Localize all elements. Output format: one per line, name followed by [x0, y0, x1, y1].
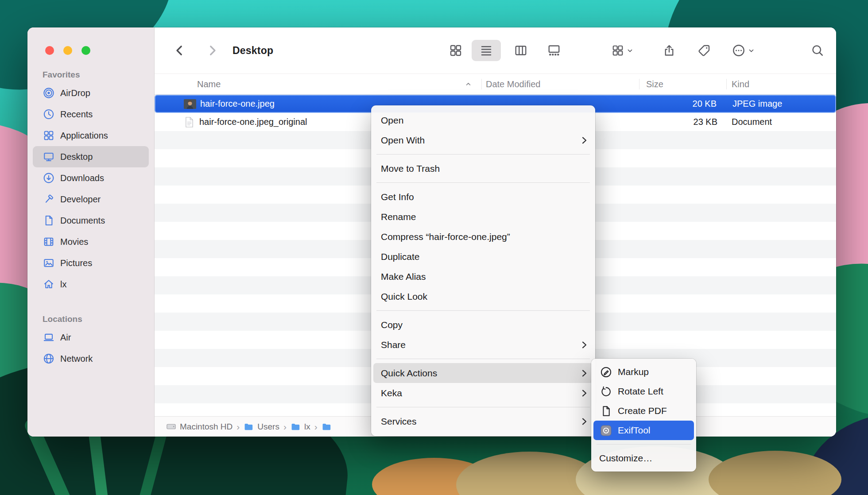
menu-item-quick-look[interactable]: Quick Look — [373, 286, 593, 306]
submenu-chevron-icon — [582, 389, 587, 397]
laptop-icon — [43, 331, 55, 344]
sidebar-item-airdrop[interactable]: AirDrop — [33, 82, 149, 104]
menu-separator — [376, 154, 590, 155]
forward-button[interactable] — [202, 41, 222, 60]
path-item-lx[interactable]: lx — [291, 422, 310, 432]
column-header-kind[interactable]: Kind — [732, 79, 749, 89]
menu-item-share[interactable]: Share — [373, 335, 593, 355]
window-title: Desktop — [232, 45, 273, 57]
documents-icon — [43, 214, 55, 227]
menu-item-keka[interactable]: Keka — [373, 383, 593, 403]
file-size: 23 KB — [694, 117, 717, 127]
menu-item-label: Quick Actions — [381, 368, 437, 379]
submenu-item-exiftool[interactable]: ExifTool — [593, 421, 694, 440]
file-kind: JPEG image — [732, 99, 782, 109]
sidebar-item-network[interactable]: Network — [33, 348, 149, 369]
column-header-date-modified[interactable]: Date Modified — [486, 79, 540, 89]
menu-separator — [597, 444, 691, 445]
menu-item-get-info[interactable]: Get Info — [373, 187, 593, 207]
path-item-macintosh-hd[interactable]: Macintosh HD — [166, 422, 232, 432]
sidebar-item-label: Applications — [60, 131, 108, 141]
sidebar-section-favorites-title: Favorites — [27, 70, 154, 82]
menu-item-duplicate[interactable]: Duplicate — [373, 247, 593, 267]
column-view-button[interactable] — [511, 41, 531, 60]
sidebar-item-label: Recents — [60, 109, 93, 120]
exiftool-app-icon — [599, 424, 612, 437]
tag-button[interactable] — [694, 41, 714, 60]
zoom-button[interactable] — [81, 46, 90, 55]
path-item-users[interactable]: Users — [244, 422, 279, 432]
sidebar-item-downloads[interactable]: Downloads — [33, 167, 149, 189]
close-button[interactable] — [45, 46, 54, 55]
menu-item-open-with[interactable]: Open With — [373, 130, 593, 150]
group-icon — [612, 44, 624, 57]
sidebar-item-label: lx — [60, 279, 66, 290]
column-header-row: Name Date Modified Size Kind — [155, 73, 836, 95]
column-header-size[interactable]: Size — [646, 79, 663, 89]
sidebar: Favorites AirDrop Recents Applications D… — [27, 27, 155, 437]
sidebar-item-applications[interactable]: Applications — [33, 125, 149, 146]
menu-item-label: Keka — [381, 388, 402, 398]
menu-separator — [376, 310, 590, 311]
sidebar-item-label: Downloads — [60, 173, 104, 183]
menu-item-label: Rotate Left — [618, 386, 663, 397]
menu-item-label: Markup — [618, 367, 649, 377]
path-item-partial[interactable] — [322, 422, 335, 431]
sidebar-item-lx[interactable]: lx — [33, 274, 149, 295]
menu-item-make-alias[interactable]: Make Alias — [373, 267, 593, 286]
menu-item-label: Copy — [381, 320, 403, 330]
toolbar: Desktop — [155, 27, 836, 73]
menu-item-rename[interactable]: Rename — [373, 207, 593, 227]
menu-item-quick-actions[interactable]: Quick Actions — [373, 363, 593, 383]
sidebar-item-label: Movies — [60, 237, 88, 247]
sidebar-item-documents[interactable]: Documents — [33, 210, 149, 231]
gallery-view-button[interactable] — [544, 41, 564, 60]
rotate-left-icon — [599, 385, 612, 398]
search-button[interactable] — [808, 41, 827, 60]
path-separator: › — [314, 422, 318, 431]
submenu-chevron-icon — [582, 136, 587, 144]
sidebar-item-label: Desktop — [60, 152, 93, 162]
menu-item-label: Rename — [381, 212, 416, 222]
group-by-button[interactable] — [609, 41, 636, 60]
menu-item-services[interactable]: Services — [373, 411, 593, 431]
ellipsis-circle-icon — [732, 44, 745, 57]
file-kind: Document — [732, 117, 772, 127]
menu-item-open[interactable]: Open — [373, 110, 593, 130]
menu-item-copy[interactable]: Copy — [373, 315, 593, 335]
create-pdf-icon — [599, 405, 612, 417]
chevron-down-icon — [627, 47, 633, 54]
more-actions-button[interactable] — [729, 41, 757, 60]
column-header-name[interactable]: Name — [197, 79, 221, 89]
submenu-item-rotate-left[interactable]: Rotate Left — [593, 382, 694, 401]
sidebar-item-desktop[interactable]: Desktop — [33, 146, 149, 167]
desktop-icon — [43, 151, 55, 163]
submenu-item-markup[interactable]: Markup — [593, 362, 694, 382]
submenu-chevron-icon — [582, 418, 587, 425]
sidebar-item-recents[interactable]: Recents — [33, 104, 149, 125]
submenu-item-create-pdf[interactable]: Create PDF — [593, 401, 694, 421]
file-name: hair-force-one.jpeg_original — [199, 117, 307, 127]
chevron-down-icon — [748, 47, 755, 54]
sidebar-item-pictures[interactable]: Pictures — [33, 252, 149, 274]
share-button[interactable] — [659, 41, 679, 60]
sidebar-item-label: Network — [60, 354, 93, 364]
menu-separator — [376, 359, 590, 359]
sidebar-item-developer[interactable]: Developer — [33, 189, 149, 210]
menu-item-label: Get Info — [381, 192, 414, 202]
menu-item-move-to-trash[interactable]: Move to Trash — [373, 159, 593, 178]
submenu-item-customize[interactable]: Customize… — [593, 449, 694, 468]
sidebar-item-movies[interactable]: Movies — [33, 231, 149, 252]
icon-view-button[interactable] — [446, 41, 465, 60]
back-button[interactable] — [170, 41, 190, 60]
minimize-button[interactable] — [63, 46, 72, 55]
sidebar-item-air[interactable]: Air — [33, 327, 149, 348]
globe-icon — [43, 352, 55, 365]
path-separator: › — [283, 422, 287, 431]
photos-icon — [43, 257, 55, 269]
list-view-button[interactable] — [472, 40, 501, 61]
column-divider — [726, 79, 727, 89]
menu-item-compress[interactable]: Compress “hair-force-one.jpeg” — [373, 227, 593, 247]
menu-item-label: ExifTool — [618, 425, 651, 436]
context-menu: Open Open With Move to Trash Get Info Re… — [371, 105, 595, 436]
